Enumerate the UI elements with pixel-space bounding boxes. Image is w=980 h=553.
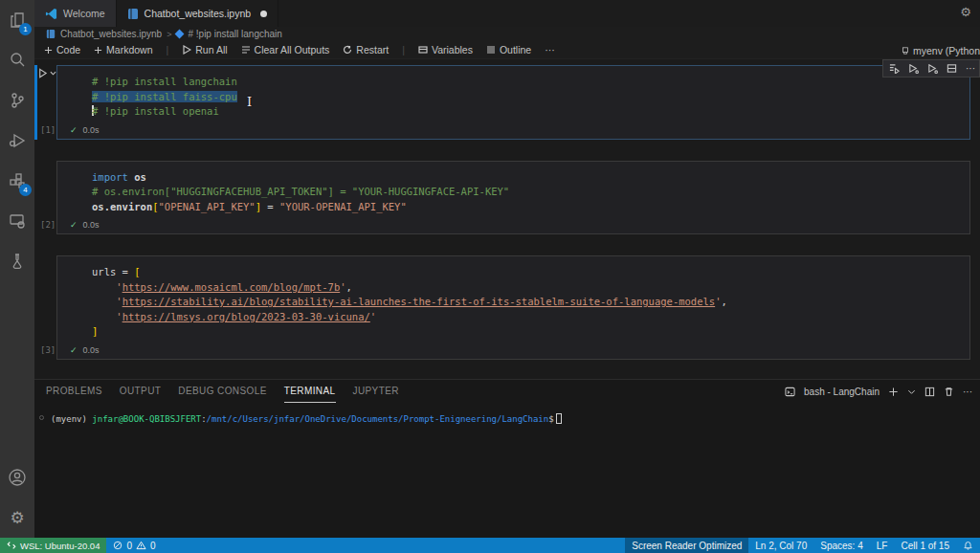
explorer-badge: 1 [19,23,32,35]
tab-chatbot-websites[interactable]: Chatbot_websites.ipynb [117,0,279,27]
success-check-icon: ✓ [70,345,78,355]
notebook-cell[interactable]: [3]urls = [ 'https://www.mosaicml.com/bl… [34,255,970,360]
notebook-file-icon [127,8,139,20]
extensions-icon[interactable]: 4 [0,161,34,201]
more-actions-icon[interactable]: ··· [963,387,972,397]
more-actions-button[interactable]: ··· [545,44,555,55]
status-bar: WSL: Ubuntu-20.04 0 0 Screen Reader Opti… [0,538,980,553]
play-icon [182,45,191,55]
editor-tabbar: Welcome Chatbot_websites.ipynb ⚙ [34,0,980,27]
warnings-icon [136,541,146,550]
clear-icon [241,45,251,55]
tab-label: Welcome [63,8,105,19]
source-control-icon[interactable] [0,80,34,121]
kill-terminal-icon[interactable] [944,387,954,397]
debug-cell-icon[interactable] [908,63,919,74]
eol-indicator[interactable]: LF [870,538,895,553]
notebook-cell[interactable]: [2]import os# os.environ["HUGGINGFACEHUB… [34,161,970,235]
cell-status-bar: ✓0.0s [57,123,969,139]
add-code-cell-button[interactable]: Code [44,44,80,55]
screen-reader-indicator[interactable]: Screen Reader Optimized [625,538,748,553]
outline-button[interactable]: Outline [486,44,531,55]
terminal-prompt: (myenv) jnfar@BOOK-QBIBSJFERT:/mnt/c/Use… [51,414,554,424]
variables-button[interactable]: Variables [418,44,473,55]
outline-icon [486,45,496,55]
chevron-right-icon: > [167,30,171,39]
kernel-icon [902,46,909,55]
cell-code-editor[interactable]: urls = [ 'https://www.mosaicml.com/blog/… [57,256,969,343]
kernel-picker[interactable]: myenv (Python [896,41,980,59]
errors-icon [113,541,122,550]
cell-position-indicator[interactable]: Cell 1 of 15 [894,538,956,553]
account-icon[interactable] [0,457,34,498]
breadcrumb[interactable]: Chatbot_websites.ipynb > # !pip install … [34,27,980,41]
remote-explorer-icon[interactable] [0,201,34,241]
notebook-file-icon [46,29,56,39]
panel-tab-jupyter[interactable]: JUPYTER [353,380,399,403]
run-by-line-icon[interactable] [927,63,938,74]
separator: | [402,44,405,55]
execute-above-icon[interactable] [889,63,900,74]
new-terminal-icon[interactable] [888,387,899,397]
tab-welcome[interactable]: Welcome [34,0,117,27]
notifications-bell-icon[interactable] [956,538,980,553]
execution-count: [1] [40,125,56,135]
panel-tab-terminal[interactable]: TERMINAL [284,380,336,403]
command-decoration-icon [39,415,44,420]
symbol-diamond-icon [175,30,185,39]
run-debug-icon[interactable] [0,121,34,161]
panel-tab-output[interactable]: OUTPUT [120,380,162,403]
clear-all-outputs-button[interactable]: Clear All Outputs [241,44,330,55]
explorer-icon[interactable]: 1 [0,0,34,40]
remote-indicator[interactable]: WSL: Ubuntu-20.04 [0,538,106,553]
manage-gear-icon[interactable]: ⚙ [960,5,971,19]
terminal-cursor [556,413,562,424]
restart-button[interactable]: Restart [343,44,389,55]
terminal-icon [785,387,795,397]
breadcrumb-cell[interactable]: # !pip install langchain [188,29,281,39]
remote-icon [7,541,16,550]
more-actions-icon[interactable]: ··· [966,63,975,74]
separator: | [167,44,169,55]
panel-tab-debug-console[interactable]: DEBUG CONSOLE [178,380,266,403]
add-markdown-cell-button[interactable]: Markdown [94,44,152,55]
split-cell-icon[interactable] [947,63,957,74]
chevron-down-icon[interactable] [907,387,916,396]
execution-time: 0.0s [83,125,100,135]
execution-count: [3] [40,345,56,355]
cell-code-editor[interactable]: import os# os.environ["HUGGINGFACEHUB_AP… [57,162,969,219]
execution-time: 0.0s [83,345,100,355]
testing-icon[interactable] [0,241,34,281]
tab-label: Chatbot_websites.ipynb [145,8,252,19]
run-cell-button[interactable] [37,68,56,78]
notebook-cell[interactable]: [1]# !pip install langchain# !pip instal… [34,65,970,140]
panel-tab-problems[interactable]: PROBLEMS [46,380,102,403]
search-icon[interactable] [0,40,34,80]
plus-icon [44,46,53,55]
cell-status-bar: ✓0.0s [57,343,969,359]
panel-tabs: PROBLEMSOUTPUTDEBUG CONSOLETERMINALJUPYT… [46,380,399,403]
notebook-toolbar: Code Markdown | Run All Clear All Output… [34,41,980,59]
activity-bar: 1 4 ⚙ [0,0,34,538]
extensions-badge: 4 [19,184,32,196]
breadcrumb-file[interactable]: Chatbot_websites.ipynb [60,29,162,39]
cell-toolbar: ··· [882,59,980,77]
settings-gear-icon[interactable]: ⚙ [0,498,34,538]
terminal-title[interactable]: bash - LangChain [804,387,880,397]
success-check-icon: ✓ [70,220,78,230]
unsaved-dot-icon [260,11,267,17]
cell-code-editor[interactable]: # !pip install langchain# !pip install f… [57,66,969,123]
restart-icon [343,45,352,55]
success-check-icon: ✓ [70,125,78,135]
cursor-position-indicator[interactable]: Ln 2, Col 70 [748,538,813,553]
execution-count: [2] [40,220,56,230]
terminal[interactable]: (myenv) jnfar@BOOK-QBIBSJFERT:/mnt/c/Use… [34,403,980,426]
run-all-button[interactable]: Run All [182,44,227,55]
indentation-indicator[interactable]: Spaces: 4 [813,538,869,553]
vscode-logo-icon [45,8,57,20]
notebook-editor: [1]# !pip install langchain# !pip instal… [34,59,980,379]
bottom-panel: PROBLEMSOUTPUTDEBUG CONSOLETERMINALJUPYT… [34,379,980,538]
problems-indicator[interactable]: 0 0 [106,538,162,553]
split-terminal-icon[interactable] [924,387,935,397]
execution-time: 0.0s [83,220,100,230]
